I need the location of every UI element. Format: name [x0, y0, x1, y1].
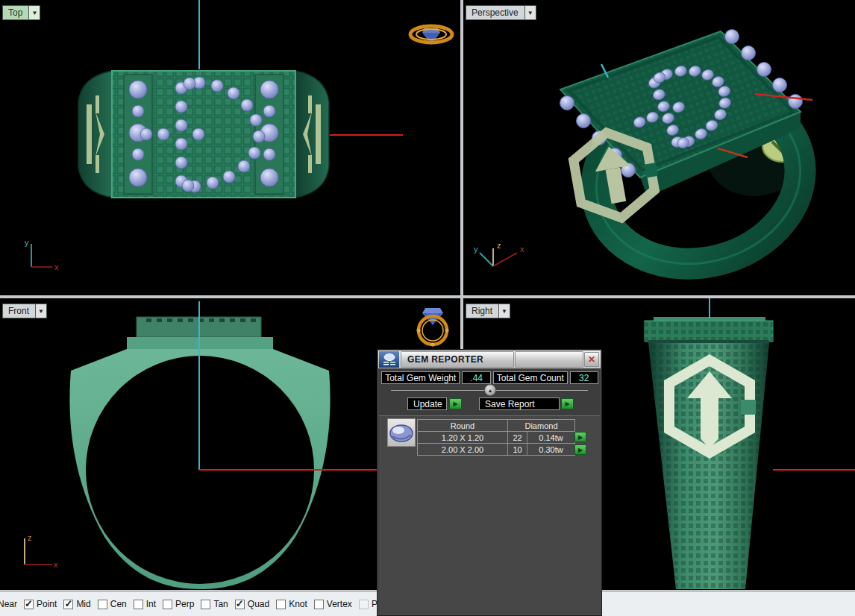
viewport-title-front[interactable]: Front ▼ — [2, 304, 47, 318]
osnap-point: Point — [24, 599, 57, 609]
gem-table-row[interactable]: 2.00 X 2.00 10 0.30tw — [418, 444, 575, 456]
axis-label-y: y — [25, 238, 29, 247]
osnap-checkbox-point[interactable] — [24, 600, 34, 609]
dialog-titlebar-spacer — [515, 351, 583, 368]
axis-gizmo: y z x — [474, 241, 524, 266]
close-icon[interactable]: ✕ — [584, 352, 599, 367]
collapse-icon[interactable]: ▲ — [484, 384, 496, 396]
ring-model-right-view[interactable] — [645, 317, 773, 589]
viewport-perspective-scene: y z x — [463, 0, 855, 295]
viewport-title-label[interactable]: Front — [2, 304, 36, 318]
osnap-checkbox-mid[interactable] — [63, 600, 73, 609]
axis-label-x: x — [54, 560, 58, 569]
gem-size: 1.20 X 1.20 — [418, 432, 508, 444]
gem-weight: 0.14tw — [527, 432, 575, 444]
osnap-quad: Quad — [235, 599, 269, 609]
osnap-cen: Cen — [98, 599, 127, 609]
gem-thumbnail — [387, 418, 416, 447]
ring-orientation-icon — [417, 308, 449, 347]
gem-reporter-icon — [379, 351, 399, 368]
gem-count: 22 — [508, 432, 527, 444]
viewport-title-right[interactable]: Right ▼ — [466, 304, 510, 318]
total-gem-count-label: Total Gem Count — [493, 371, 568, 384]
save-report-go-icon[interactable]: ▶ — [561, 398, 574, 409]
dialog-title: GEM REPORTER — [401, 351, 514, 368]
gem-weight: 0.30tw — [527, 444, 575, 456]
chevron-down-icon[interactable]: ▼ — [499, 304, 510, 318]
axis-label-z: z — [497, 241, 501, 250]
osnap-tan: Tan — [201, 599, 228, 609]
viewport-top[interactable]: y x Top ▼ — [0, 0, 460, 295]
shape-header: Round — [418, 420, 508, 432]
osnap-checkbox-perp[interactable] — [163, 600, 172, 609]
type-header: Diamond — [508, 420, 575, 432]
osnap-int: Int — [134, 599, 156, 609]
viewport-title-label[interactable]: Right — [466, 304, 499, 318]
osnap-perp: Perp — [163, 599, 194, 609]
axis-gizmo: y x — [25, 238, 59, 271]
viewport-perspective[interactable]: y z x Perspective ▼ — [463, 0, 855, 295]
osnap-checkbox-cen[interactable] — [98, 600, 107, 609]
gem-row-go-icon[interactable]: ▶ — [574, 432, 586, 442]
update-go-icon[interactable]: ▶ — [449, 398, 462, 409]
osnap-knot: Knot — [276, 599, 307, 609]
osnap-checkbox-int[interactable] — [134, 600, 143, 609]
axis-label-y: y — [474, 245, 478, 254]
viewport-title-label[interactable]: Top — [2, 5, 29, 20]
gem-size: 2.00 X 2.00 — [418, 444, 508, 456]
axis-label-x: x — [520, 245, 524, 254]
gem-table-panel: Round Diamond 1.20 X 1.20 22 0.14tw 2.00… — [379, 415, 600, 614]
osnap-row: Near Point Mid Cen Int Perp — [0, 599, 416, 609]
viewport-title-label[interactable]: Perspective — [466, 5, 525, 20]
update-button[interactable]: Update — [407, 397, 447, 410]
osnap-checkbox-vertex[interactable] — [314, 600, 324, 609]
osnap-checkbox-knot[interactable] — [276, 600, 286, 609]
viewport-title-perspective[interactable]: Perspective ▼ — [466, 5, 536, 20]
osnap-checkbox-project — [359, 600, 369, 609]
gem-table-header-row: Round Diamond — [418, 420, 575, 432]
viewport-title-top[interactable]: Top ▼ — [2, 5, 40, 20]
gem-row-go-icon[interactable]: ▶ — [574, 444, 586, 455]
total-gem-weight-value: .44 — [462, 371, 490, 384]
osnap-near: Near — [0, 599, 17, 609]
save-report-button[interactable]: Save Report — [479, 397, 560, 410]
axis-label-z: z — [28, 533, 32, 542]
ring-orientation-icon — [410, 26, 452, 45]
gem-table-row[interactable]: 1.20 X 1.20 22 0.14tw — [418, 432, 575, 444]
osnap-checkbox-quad[interactable] — [235, 600, 245, 609]
viewport-splitter-horizontal[interactable] — [0, 295, 855, 298]
total-gem-weight-label: Total Gem Weight — [381, 371, 460, 384]
viewport-top-scene: y x — [0, 0, 460, 295]
osnap-mid: Mid — [63, 599, 90, 609]
axis-gizmo: z x — [25, 533, 58, 569]
osnap-checkbox-tan[interactable] — [201, 600, 210, 609]
ring-model-top-view[interactable] — [78, 71, 329, 198]
totals-row: Total Gem Weight .44 Total Gem Count 32 — [381, 371, 598, 384]
chevron-down-icon[interactable]: ▼ — [36, 304, 47, 318]
dialog-titlebar[interactable]: GEM REPORTER ✕ — [378, 351, 601, 368]
axis-label-x: x — [54, 263, 59, 271]
osnap-vertex: Vertex — [314, 599, 352, 609]
gem-table: Round Diamond 1.20 X 1.20 22 0.14tw 2.00… — [417, 419, 575, 456]
gem-count: 10 — [508, 444, 527, 456]
chevron-down-icon[interactable]: ▼ — [525, 5, 536, 20]
gem-reporter-dialog: GEM REPORTER ✕ Total Gem Weight .44 Tota… — [377, 349, 602, 616]
total-gem-count-value: 32 — [570, 371, 598, 384]
application-canvas: y x Top ▼ — [0, 0, 855, 616]
chevron-down-icon[interactable]: ▼ — [29, 5, 40, 20]
